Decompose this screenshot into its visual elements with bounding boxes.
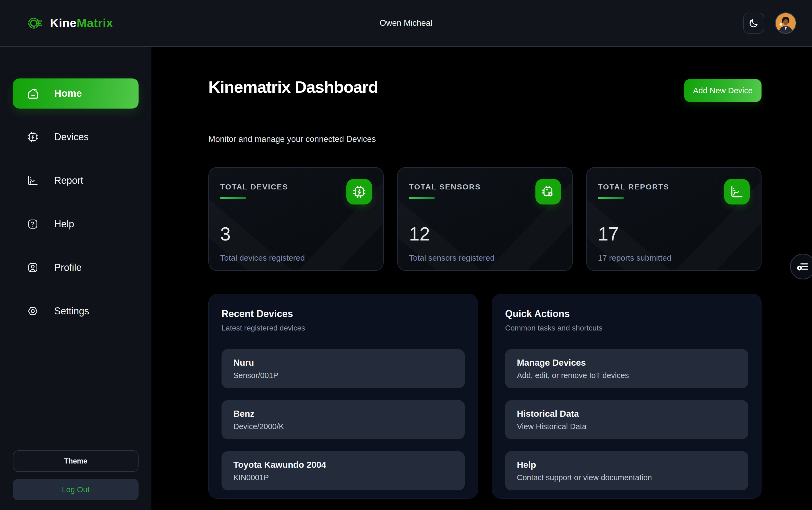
sidebar-item-label: Devices (54, 132, 89, 143)
user-avatar[interactable] (775, 12, 796, 34)
quick-action-historical-data[interactable]: Historical Data View Historical Data (505, 400, 748, 439)
stat-label: TOTAL DEVICES (220, 183, 288, 191)
topbar: KineMatrix Owen Micheal (0, 0, 812, 47)
action-description: Contact support or view documentation (517, 473, 736, 482)
stat-underline (598, 197, 624, 199)
brand-name: KineMatrix (50, 16, 113, 30)
nut-settings-icon (27, 305, 39, 317)
question-mark-icon (27, 218, 39, 230)
action-description: View Historical Data (517, 422, 736, 431)
moon-stars-icon (748, 18, 759, 28)
main-content: Kinematrix Dashboard Add New Device Moni… (151, 47, 812, 510)
sidebar-item-label: Profile (54, 262, 82, 273)
device-code: KIN0001P (233, 473, 453, 482)
theme-button[interactable]: Theme (13, 450, 139, 472)
stat-underline (409, 197, 435, 199)
recent-devices-panel: Recent Devices Latest registered devices… (208, 294, 478, 499)
recent-device-row[interactable]: Toyota Kawundo 2004 KIN0001P (221, 451, 465, 490)
panel-title: Recent Devices (221, 308, 465, 319)
stat-underline (220, 197, 246, 199)
stat-caption: Total devices registered (220, 253, 372, 262)
quick-action-manage-devices[interactable]: Manage Devices Add, edit, or remove IoT … (505, 349, 748, 388)
page-subtitle: Monitor and manage your connected Device… (208, 134, 761, 144)
cpu-zap-icon (27, 131, 39, 143)
recent-device-row[interactable]: Nuru Sensor/001P (221, 349, 465, 388)
cpu-zap-icon (347, 179, 372, 204)
sidebar-item-devices[interactable]: Devices (13, 125, 139, 149)
stat-card-total-sensors: TOTAL SENSORS 12 Total sensors registere… (397, 167, 572, 271)
sidebar-item-label: Report (54, 175, 83, 186)
sidebar-item-profile[interactable]: Profile (13, 255, 139, 280)
list-video-icon (796, 260, 810, 274)
logout-button[interactable]: Log Out (13, 479, 139, 500)
device-name: Benz (233, 409, 453, 419)
sidebar-item-label: Help (54, 219, 74, 230)
quick-actions-panel: Quick Actions Common tasks and shortcuts… (492, 294, 761, 499)
chart-line-icon (27, 175, 39, 187)
stat-label: TOTAL REPORTS (598, 183, 669, 191)
action-name: Help (517, 460, 736, 470)
theme-toggle-button[interactable] (743, 12, 764, 34)
sidebar-item-report[interactable]: Report (13, 168, 139, 193)
stat-card-total-reports: TOTAL REPORTS 17 17 reports submitted (586, 167, 761, 271)
sidebar-item-settings[interactable]: Settings (13, 299, 139, 323)
action-name: Manage Devices (517, 358, 736, 368)
stat-caption: 17 reports submitted (598, 253, 750, 262)
stats-row: TOTAL DEVICES 3 Total devices registered (208, 167, 761, 271)
sidebar-item-label: Home (54, 88, 82, 99)
chart-line-icon (724, 179, 750, 204)
device-name: Toyota Kawundo 2004 (233, 460, 453, 470)
panels-row: Recent Devices Latest registered devices… (208, 294, 761, 499)
sidebar-item-help[interactable]: Help (13, 212, 139, 236)
stat-value: 17 (598, 223, 750, 245)
stat-card-total-devices: TOTAL DEVICES 3 Total devices registered (208, 167, 384, 271)
sidebar-item-home[interactable]: Home (13, 79, 139, 109)
panel-subtitle: Latest registered devices (221, 324, 465, 332)
device-code: Device/2000/K (233, 422, 453, 431)
stat-value: 12 (409, 223, 561, 245)
device-code: Sensor/001P (233, 371, 453, 380)
stat-value: 3 (220, 223, 372, 245)
page-title: Kinematrix Dashboard (208, 77, 378, 96)
username-label: Owen Micheal (380, 18, 432, 28)
brand-logo[interactable]: KineMatrix (27, 14, 113, 32)
chip-gear-icon (535, 179, 561, 204)
sidebar: Home Devices Report (0, 47, 151, 510)
action-name: Historical Data (517, 409, 736, 419)
stat-label: TOTAL SENSORS (409, 183, 481, 191)
panel-title: Quick Actions (505, 308, 748, 319)
user-square-icon (27, 262, 39, 274)
house-icon (27, 87, 39, 100)
quick-action-help[interactable]: Help Contact support or view documentati… (505, 451, 748, 490)
panel-subtitle: Common tasks and shortcuts (505, 324, 748, 332)
recent-device-row[interactable]: Benz Device/2000/K (221, 400, 465, 439)
device-name: Nuru (233, 358, 453, 368)
gear-circuit-logo-icon (27, 14, 44, 32)
stat-caption: Total sensors registered (409, 253, 561, 262)
sidebar-item-label: Settings (54, 306, 89, 317)
action-description: Add, edit, or remove IoT devices (517, 371, 736, 380)
add-new-device-button[interactable]: Add New Device (684, 79, 761, 102)
